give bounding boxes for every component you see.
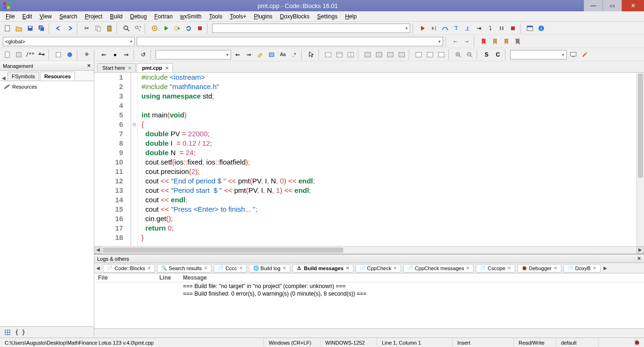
step-into-icon[interactable] [451,23,462,33]
step-out-icon[interactable] [462,23,473,33]
hscroll-left-icon[interactable]: ◀ [94,247,102,254]
log-tab-codeblocks[interactable]: 📄Code::Blocks✕ [103,264,155,273]
log-header-line[interactable]: Line [156,273,179,282]
grid1-icon[interactable] [413,50,424,60]
copy-icon[interactable] [93,23,103,33]
bookmark-clear-icon[interactable] [512,36,523,47]
layout2-icon[interactable] [374,50,384,60]
menu-help[interactable]: Help [341,12,361,21]
mgmt-tabs-prev-icon[interactable]: ◀ [0,75,8,81]
paste-icon[interactable] [104,23,115,33]
log-tab-close-icon[interactable]: ✕ [147,265,151,271]
log-row[interactable]: === Build finished: 0 error(s), 0 warnin… [94,290,644,297]
log-tab-close-icon[interactable]: ✕ [239,265,243,271]
close-button[interactable]: ✕ [621,0,644,11]
tab-close-icon[interactable]: ✕ [128,66,132,71]
menu-view[interactable]: View [36,12,56,21]
log-tab-cppcheckmessages[interactable]: 📄CppCheck messages✕ [403,264,474,273]
next-instruction-icon[interactable]: ⇥ [474,23,484,33]
extra-combo[interactable] [510,50,567,59]
log-tab-searchresults[interactable]: 🔍Search results✕ [157,264,212,273]
open-file-icon[interactable] [14,23,24,33]
step-over-icon[interactable] [440,23,450,33]
layout1-icon[interactable] [363,50,373,60]
log-tab-close-icon[interactable]: ✕ [282,265,286,271]
menu-search[interactable]: Search [56,12,81,21]
menu-build[interactable]: Build [106,12,126,21]
log-tab-debugger[interactable]: 🐞Debugger✕ [517,264,561,273]
log-tabs-next-icon[interactable]: ▶ [602,265,609,271]
mgmt-grid-icon[interactable] [2,327,13,338]
hscroll-right-icon[interactable]: ▶ [636,247,644,254]
menu-wxsmith[interactable]: wxSmith [176,12,205,21]
info-icon[interactable]: i [536,23,546,33]
jump-back-icon[interactable]: ⇐ [99,50,109,60]
comment-line-icon[interactable]: *< [36,50,47,60]
log-tab-close-icon[interactable]: ✕ [393,265,397,271]
log-tab-cccc[interactable]: 📄Cccc✕ [214,264,247,273]
nav-back-icon[interactable]: ← [450,36,461,47]
log-header-message[interactable]: Message [179,273,644,282]
abort-icon[interactable] [195,23,205,33]
form-icon[interactable] [323,50,333,60]
layout4-icon[interactable] [396,50,407,60]
log-tab-close-icon[interactable]: ✕ [466,265,470,271]
find-combo[interactable] [156,50,231,59]
cut-icon[interactable]: ✂ [82,23,92,33]
menu-tools[interactable]: Tools+ [226,12,250,21]
log-tab-close-icon[interactable]: ✕ [204,265,207,271]
log-tabs-prev-icon[interactable]: ◀ [94,265,102,271]
bookmark-prev-icon[interactable] [490,36,500,47]
nav-forward-icon[interactable]: → [462,36,472,47]
debug-run-icon[interactable] [417,23,428,33]
find-icon[interactable] [121,23,132,33]
save-icon[interactable] [25,23,35,33]
pointer-icon[interactable] [306,50,316,60]
doxy-run-icon[interactable] [53,50,64,60]
jump-current-icon[interactable]: ● [110,50,120,60]
select-icon[interactable] [266,50,277,60]
menu-fortran[interactable]: Fortran [150,12,176,21]
rebuild-icon[interactable] [183,23,194,33]
build-icon[interactable] [149,23,160,33]
symbol-combo[interactable] [137,37,443,46]
grid2-icon[interactable] [425,50,435,60]
grid3-icon[interactable] [436,50,446,60]
editor-tab-pmtcpp[interactable]: pmt.cpp✕ [137,63,173,72]
zoom-in-icon[interactable] [453,50,463,60]
log-tab-close-icon[interactable]: ✕ [553,265,557,271]
break-icon[interactable] [496,23,507,33]
log-tab-cppcheck[interactable]: 📄CppCheck✕ [355,264,401,273]
regex-icon[interactable]: .* [289,50,299,60]
mgmt-tab-fsymbols[interactable]: FSymbols [8,72,39,81]
logs-close-icon[interactable]: ✕ [637,256,641,262]
doxy-file-icon[interactable] [2,50,13,60]
highlight-icon[interactable] [255,50,265,60]
new-file-icon[interactable] [2,23,13,33]
jump-forward-icon[interactable]: ⇒ [121,50,132,60]
undo-icon[interactable] [53,23,64,33]
doxy-html-icon[interactable] [65,50,75,60]
code-lines[interactable]: #include <iostream>#include "mathfinance… [138,73,636,246]
horizontal-scrollbar[interactable]: ◀ ▶ [94,246,644,254]
log-tab-buildlog[interactable]: 🌐Build log✕ [249,264,290,273]
match-case-icon[interactable]: Aa [278,50,288,60]
run-to-cursor-icon[interactable] [429,23,439,33]
run-icon[interactable] [161,23,171,33]
editor-tab-starthere[interactable]: Start here✕ [97,63,136,72]
stop-debug-icon[interactable] [508,23,518,33]
save-all-icon[interactable] [36,23,47,33]
replace-icon[interactable] [132,23,143,33]
doxy-block-icon[interactable] [14,50,24,60]
find-prev-icon[interactable]: ⇐ [232,50,243,60]
maximize-button[interactable]: ▭ [603,0,621,11]
build-target-combo[interactable] [212,24,410,33]
build-run-icon[interactable] [172,23,182,33]
split-h-icon[interactable] [346,50,356,60]
minimize-button[interactable]: — [584,0,603,11]
letter-c-icon[interactable]: C [493,50,503,60]
log-tab-cscope[interactable]: 📄Cscope✕ [476,264,515,273]
code-editor[interactable]: 123456789101112131415161718 ⊟ #include <… [94,73,644,246]
comment-block-icon[interactable]: /** [25,50,35,60]
step-instruction-icon[interactable]: ⤵ [485,23,495,33]
